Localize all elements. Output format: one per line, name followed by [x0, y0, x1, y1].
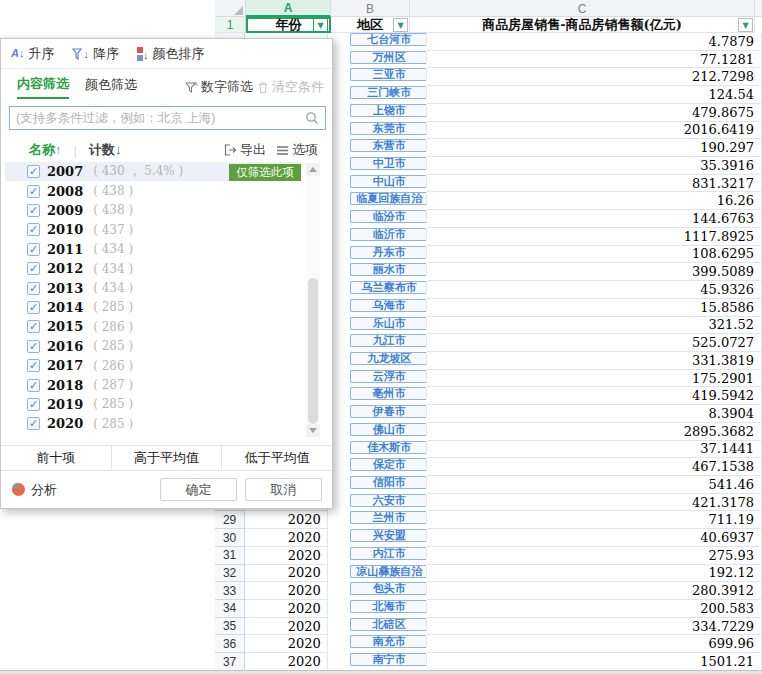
region-cell[interactable]: 兴安盟 [350, 529, 427, 542]
region-cell[interactable]: 凉山彝族自治 [350, 565, 427, 578]
select-all-corner[interactable] [215, 0, 246, 17]
value-cell[interactable]: 200.583 [427, 600, 762, 618]
value-cell[interactable]: 280.3912 [427, 582, 762, 600]
value-cell[interactable]: 479.8675 [427, 104, 762, 122]
region-cell[interactable]: 九龙坡区 [350, 352, 427, 365]
checkbox[interactable]: ✓ [27, 340, 40, 353]
year-cell[interactable]: 2020 [245, 635, 328, 653]
region-cell[interactable]: 伊春市 [350, 405, 427, 418]
region-cell[interactable]: 东莞市 [350, 122, 427, 135]
region-cell[interactable]: 北海市 [350, 600, 427, 613]
filter-dropdown-region-icon[interactable]: ▼ [393, 18, 408, 32]
row-number-cell[interactable]: 30 [215, 529, 245, 547]
value-cell[interactable]: 2016.6419 [427, 122, 762, 140]
value-cell[interactable]: 399.5089 [427, 263, 762, 281]
filter-list-item[interactable]: ✓2014( 285 ) [5, 298, 301, 317]
filter-list-item[interactable]: ✓2017( 286 ) [5, 356, 301, 375]
column-header-c[interactable]: C [410, 0, 755, 17]
region-cell[interactable]: 兰州市 [350, 511, 427, 524]
checkbox[interactable]: ✓ [27, 243, 40, 256]
filter-only-this-tooltip[interactable]: 仅筛选此项 [229, 164, 301, 181]
ok-button[interactable]: 确定 [160, 478, 237, 501]
value-cell[interactable]: 35.3916 [427, 157, 762, 175]
filter-list-item[interactable]: ✓2019( 285 ) [5, 395, 301, 414]
region-cell[interactable]: 佛山市 [350, 423, 427, 436]
region-cell[interactable]: 上饶市 [350, 104, 427, 117]
row-number-cell[interactable]: 34 [215, 600, 245, 618]
region-cell[interactable]: 包头市 [350, 582, 427, 595]
value-cell[interactable]: 419.5942 [427, 387, 762, 405]
region-cell[interactable]: 南充市 [350, 635, 427, 648]
region-cell[interactable]: 临沂市 [350, 228, 427, 241]
options-button[interactable]: 选项 [276, 141, 318, 159]
value-cell[interactable]: 275.93 [427, 547, 762, 565]
checkbox[interactable]: ✓ [27, 417, 40, 430]
value-cell[interactable]: 711.19 [427, 511, 762, 529]
value-cell[interactable]: 45.9326 [427, 281, 762, 299]
checkbox[interactable]: ✓ [27, 379, 40, 392]
cell-a1-year[interactable]: 年份 ▼ [246, 17, 331, 33]
row-number-cell[interactable]: 33 [215, 582, 245, 600]
region-cell[interactable]: 亳州市 [350, 387, 427, 400]
region-cell[interactable]: 九江市 [350, 334, 427, 347]
sort-by-color-button[interactable]: ↓ 颜色排序 [137, 45, 205, 63]
region-cell[interactable]: 六安市 [350, 494, 427, 507]
below-average-button[interactable]: 低于平均值 [222, 446, 332, 470]
above-average-button[interactable]: 高于平均值 [112, 446, 223, 470]
filter-list-item[interactable]: ✓2013( 434 ) [5, 278, 301, 297]
value-cell[interactable]: 37.1441 [427, 441, 762, 459]
checkbox[interactable]: ✓ [27, 320, 40, 333]
region-cell[interactable]: 临夏回族自治 [350, 192, 427, 205]
year-cell[interactable]: 2020 [245, 529, 328, 547]
cancel-button[interactable]: 取消 [245, 478, 322, 501]
value-cell[interactable]: 212.7298 [427, 68, 762, 86]
value-cell[interactable]: 77.1281 [427, 51, 762, 69]
analyze-button[interactable]: 分析 [11, 481, 57, 499]
region-cell[interactable]: 三门峡市 [350, 86, 427, 99]
filter-list-item[interactable]: ✓2020( 285 ) [5, 414, 301, 433]
region-cell[interactable]: 信阳市 [350, 476, 427, 489]
value-cell[interactable]: 124.54 [427, 86, 762, 104]
filter-dropdown-year-icon[interactable]: ▼ [313, 18, 328, 32]
region-cell[interactable]: 乐山市 [350, 317, 427, 330]
value-cell[interactable]: 321.52 [427, 317, 762, 335]
year-cell[interactable]: 2020 [245, 653, 328, 671]
scrollbar-thumb[interactable] [308, 278, 318, 424]
region-cell[interactable]: 中山市 [350, 175, 427, 188]
sort-by-count-button[interactable]: 计数↓ [89, 141, 122, 159]
value-cell[interactable]: 144.6763 [427, 210, 762, 228]
region-cell[interactable]: 云浮市 [350, 370, 427, 383]
number-filter-button[interactable]: A 数字筛选 [185, 78, 253, 96]
filter-list-item[interactable]: ✓2015( 286 ) [5, 317, 301, 336]
region-cell[interactable]: 乌兰察布市 [350, 281, 427, 294]
scroll-down-icon[interactable] [306, 424, 320, 437]
region-cell[interactable]: 七台河市 [350, 33, 427, 46]
filter-dropdown-sales-icon[interactable]: ▼ [738, 18, 753, 32]
checkbox[interactable]: ✓ [27, 223, 40, 236]
year-cell[interactable]: 2020 [245, 565, 328, 583]
filter-list-item[interactable]: ✓2010( 437 ) [5, 220, 301, 239]
region-cell[interactable]: 内江市 [350, 547, 427, 560]
value-cell[interactable]: 192.12 [427, 565, 762, 583]
region-cell[interactable]: 南宁市 [350, 653, 427, 666]
year-cell[interactable]: 2020 [245, 618, 328, 636]
value-cell[interactable]: 16.26 [427, 192, 762, 210]
sort-by-name-button[interactable]: 名称↑ [29, 141, 62, 159]
cell-c1-sales[interactable]: 商品房屋销售-商品房销售额(亿元) ▼ [410, 17, 755, 33]
region-cell[interactable]: 佳木斯市 [350, 441, 427, 454]
region-cell[interactable]: 丽水市 [350, 263, 427, 276]
region-cell[interactable]: 北碚区 [350, 618, 427, 631]
region-cell[interactable]: 丹东市 [350, 246, 427, 259]
row-number-cell[interactable]: 32 [215, 565, 245, 583]
value-cell[interactable]: 40.6937 [427, 529, 762, 547]
cell-b1-region[interactable]: 地区 ▼ [331, 17, 410, 33]
top-ten-button[interactable]: 前十项 [1, 446, 112, 470]
checkbox[interactable]: ✓ [27, 185, 40, 198]
region-cell[interactable]: 万州区 [350, 51, 427, 64]
row-number-cell[interactable]: 35 [215, 618, 245, 636]
scroll-up-icon[interactable] [306, 163, 320, 176]
value-cell[interactable]: 175.2901 [427, 370, 762, 388]
value-cell[interactable]: 108.6295 [427, 246, 762, 264]
value-cell[interactable]: 831.3217 [427, 175, 762, 193]
filter-search-input[interactable] [10, 111, 305, 125]
